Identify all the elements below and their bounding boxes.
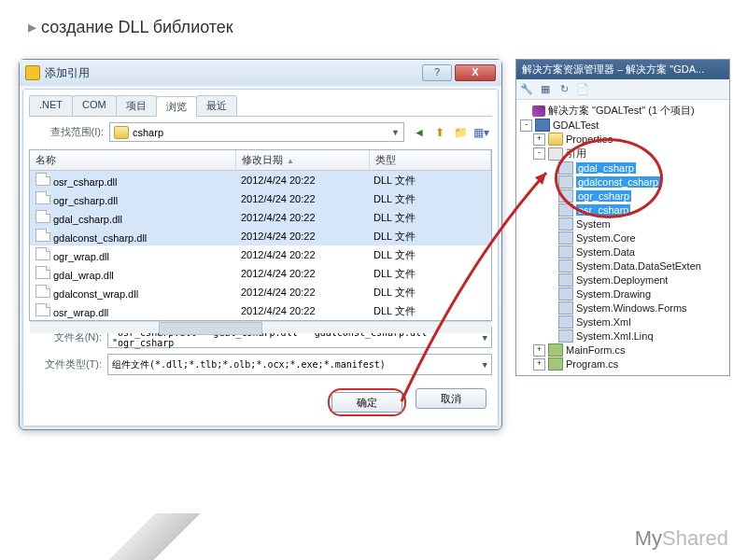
filetype-combo[interactable]: 组件文件(*.dll;*.tlb;*.olb;*.ocx;*.exe;*.man… bbox=[107, 354, 492, 375]
col-date[interactable]: 修改日期▲ bbox=[236, 150, 370, 170]
file-row[interactable]: gdalconst_wrap.dll2012/4/24 20:22DLL 文件 bbox=[30, 283, 491, 301]
se-title: 解决方案资源管理器 – 解决方案 "GDA... bbox=[516, 60, 729, 79]
solution-explorer: 解决方案资源管理器 – 解决方案 "GDA... 🔧 ▦ ↻ 📄 解决方案 "G… bbox=[515, 59, 730, 376]
tree-node[interactable]: System.Xml bbox=[518, 315, 727, 329]
tab-com[interactable]: COM bbox=[72, 95, 117, 116]
up-icon[interactable]: ⬆ bbox=[430, 123, 449, 142]
folder-icon bbox=[114, 126, 129, 139]
dialog-title: 添加引用 bbox=[45, 65, 419, 81]
tab-项目[interactable]: 项目 bbox=[116, 95, 157, 116]
views-icon[interactable]: ▦▾ bbox=[472, 123, 490, 142]
horizontal-scrollbar[interactable] bbox=[30, 321, 491, 333]
filetype-label: 文件类型(T): bbox=[29, 357, 102, 371]
watermark: MyShared bbox=[635, 526, 728, 551]
showall-icon[interactable]: ▦ bbox=[537, 81, 554, 97]
tab-.net[interactable]: .NET bbox=[29, 95, 73, 116]
col-name[interactable]: 名称 bbox=[30, 150, 236, 170]
tree-node[interactable]: +MainForm.cs bbox=[518, 343, 727, 357]
properties-icon[interactable]: 🔧 bbox=[518, 81, 535, 97]
lookin-combo[interactable]: csharp ▼ bbox=[109, 122, 404, 142]
tree-node[interactable]: 解决方案 "GDALTest" (1 个项目) bbox=[518, 104, 727, 119]
tree-node[interactable]: ogr_csharp bbox=[518, 189, 727, 203]
tree-node[interactable]: System.Xml.Linq bbox=[518, 329, 727, 343]
file-row[interactable]: osr_wrap.dll2012/4/24 20:22DLL 文件 bbox=[30, 301, 491, 320]
lookin-value: csharp bbox=[133, 127, 163, 138]
se-toolbar: 🔧 ▦ ↻ 📄 bbox=[516, 79, 729, 100]
tree-node[interactable]: gdal_csharp bbox=[518, 161, 727, 175]
slide-title: создание DLL библиотек bbox=[28, 17, 233, 37]
tree-node[interactable]: -引用 bbox=[518, 147, 727, 161]
lookin-label: 查找范围(I): bbox=[31, 125, 104, 139]
tree-node[interactable]: gdalconst_csharp bbox=[518, 175, 727, 189]
tab-最近[interactable]: 最近 bbox=[196, 95, 237, 116]
tree-node[interactable]: osr_csharp bbox=[518, 203, 727, 217]
dialog-titlebar[interactable]: 添加引用 ? X bbox=[20, 60, 501, 86]
file-list: 名称 修改日期▲ 类型 osr_csharp.dll2012/4/24 20:2… bbox=[29, 149, 492, 321]
tab-bar: .NETCOM项目浏览最近 bbox=[29, 95, 492, 117]
tree-node[interactable]: System.Drawing bbox=[518, 287, 727, 301]
chevron-down-icon[interactable]: ▼ bbox=[391, 128, 400, 137]
tree-node[interactable]: +Properties bbox=[518, 133, 727, 147]
tree-node[interactable]: System.Windows.Forms bbox=[518, 301, 727, 315]
viewcode-icon[interactable]: 📄 bbox=[574, 81, 591, 97]
close-button[interactable]: X bbox=[455, 64, 496, 81]
tree-node[interactable]: System.Deployment bbox=[518, 273, 727, 287]
file-row[interactable]: gdalconst_csharp.dll2012/4/24 20:22DLL 文… bbox=[30, 227, 491, 245]
tree-node[interactable]: System bbox=[518, 217, 727, 231]
tree-node[interactable]: -GDALTest bbox=[518, 119, 727, 133]
solution-tree: 解决方案 "GDALTest" (1 个项目)-GDALTest+Propert… bbox=[516, 100, 729, 375]
tree-node[interactable]: System.Data bbox=[518, 245, 727, 259]
file-row[interactable]: ogr_wrap.dll2012/4/24 20:22DLL 文件 bbox=[30, 245, 491, 264]
file-row[interactable]: osr_csharp.dll2012/4/24 20:22DLL 文件 bbox=[30, 171, 491, 189]
col-type[interactable]: 类型 bbox=[370, 150, 491, 170]
file-row[interactable]: gdal_csharp.dll2012/4/24 20:22DLL 文件 bbox=[30, 208, 491, 227]
tree-node[interactable]: System.Core bbox=[518, 231, 727, 245]
newfolder-icon[interactable]: 📁 bbox=[451, 123, 470, 142]
file-row[interactable]: ogr_csharp.dll2012/4/24 20:22DLL 文件 bbox=[30, 189, 491, 208]
file-row[interactable]: gdal_wrap.dll2012/4/24 20:22DLL 文件 bbox=[30, 264, 491, 283]
tab-浏览[interactable]: 浏览 bbox=[156, 96, 197, 117]
dialog-icon bbox=[25, 65, 40, 80]
add-reference-dialog: 添加引用 ? X .NETCOM项目浏览最近 查找范围(I): csharp ▼… bbox=[19, 59, 502, 430]
cancel-button[interactable]: 取消 bbox=[416, 388, 486, 409]
help-button[interactable]: ? bbox=[422, 64, 452, 81]
ok-button[interactable]: 确定 bbox=[331, 392, 402, 413]
decorative-stripe bbox=[0, 513, 299, 560]
tree-node[interactable]: +Program.cs bbox=[518, 357, 727, 371]
tree-node[interactable]: System.Data.DataSetExten bbox=[518, 259, 727, 273]
back-icon[interactable]: ◄ bbox=[410, 123, 429, 142]
refresh-icon[interactable]: ↻ bbox=[556, 81, 572, 97]
